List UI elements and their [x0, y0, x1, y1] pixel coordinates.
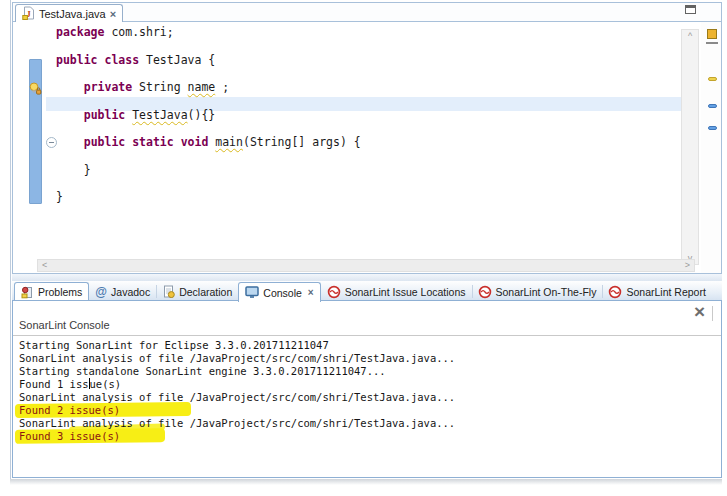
- quickfix-lightbulb-icon[interactable]: [29, 81, 42, 94]
- code-token: }: [56, 163, 91, 177]
- scroll-up-icon[interactable]: ^: [682, 31, 698, 41]
- console-icon: [245, 286, 259, 299]
- code-line[interactable]: [56, 67, 361, 81]
- console-line: Starting SonarLint for Eclipse 3.3.0.201…: [19, 339, 720, 352]
- console-view: SonarLint Console × Starting SonarLint f…: [12, 300, 722, 478]
- console-line: Found 2 issue(s): [19, 404, 720, 417]
- editor-tab-title: TestJava.java: [39, 8, 106, 20]
- bottom-view-panel: Problems@JavadocDeclarationConsole×Sonar…: [12, 281, 722, 479]
- sonarlint-icon: [608, 285, 622, 299]
- tab-sonarlint-issue-locations[interactable]: SonarLint Issue Locations: [321, 282, 472, 301]
- issue-underlined-token: name: [188, 80, 216, 94]
- console-line-text: SonarLint analysis of file /JavaProject/…: [19, 391, 455, 403]
- at-glyph: @: [95, 287, 107, 297]
- keyword-token: public class: [56, 53, 139, 67]
- tab-sonarlint-report[interactable]: SonarLint Report: [602, 282, 711, 301]
- code-token: }: [56, 190, 63, 204]
- sonarlint-icon: [478, 285, 492, 299]
- code-content: package com.shri;public class TestJava {…: [56, 26, 361, 205]
- editor-tab-testjava[interactable]: J TestJava.java ×: [15, 4, 123, 22]
- code-line[interactable]: [56, 95, 361, 109]
- console-line: SonarLint analysis of file /JavaProject/…: [19, 352, 720, 365]
- code-token: (){}: [188, 108, 216, 122]
- tab-sonarlint-on-the-fly[interactable]: SonarLint On-The-Fly: [472, 282, 603, 301]
- editor-tab-bar: J TestJava.java ×: [13, 3, 721, 22]
- tab-close-icon[interactable]: ×: [110, 9, 116, 19]
- code-token: (String[] args) {: [243, 135, 361, 149]
- toolbar-separator: [712, 306, 713, 321]
- console-line-text: Found 1 issue(s): [19, 378, 121, 390]
- code-token: [56, 108, 84, 122]
- code-line[interactable]: package com.shri;: [56, 26, 361, 40]
- problems-icon: [21, 286, 34, 299]
- keyword-token: package: [56, 25, 104, 39]
- annotation-underline: [706, 42, 718, 44]
- code-line[interactable]: public TestJava(){}: [56, 109, 361, 123]
- window-shadow: [10, 479, 722, 485]
- code-line[interactable]: public static void main(String[] args) {: [56, 136, 361, 150]
- console-line-text: SonarLint analysis of file /JavaProject/…: [19, 417, 455, 429]
- console-line: SonarLint analysis of file /JavaProject/…: [19, 417, 720, 430]
- declaration-icon: [162, 285, 175, 298]
- keyword-token: public static void: [84, 135, 209, 149]
- console-line-text: SonarLint analysis of file /JavaProject/…: [19, 352, 455, 364]
- console-line: Found 3 issue(s): [19, 430, 720, 443]
- code-token: TestJava {: [139, 53, 215, 67]
- annotation-status-icon[interactable]: [707, 29, 717, 39]
- console-line-text: Starting SonarLint for Eclipse 3.3.0.201…: [19, 339, 329, 351]
- javadoc-icon: @: [95, 287, 107, 297]
- code-line[interactable]: }: [56, 164, 361, 178]
- code-token: String: [132, 80, 187, 94]
- console-line-text: Found 2 issue(s): [19, 404, 120, 416]
- code-line[interactable]: public class TestJava {: [56, 54, 361, 68]
- tab-console[interactable]: Console×: [238, 282, 320, 302]
- tab-label: SonarLint Report: [626, 286, 705, 298]
- code-token: com.shri;: [104, 25, 173, 39]
- issue-marker[interactable]: [708, 104, 717, 108]
- console-output[interactable]: Starting SonarLint for Eclipse 3.3.0.201…: [13, 336, 720, 476]
- scroll-left-icon[interactable]: <: [42, 260, 47, 271]
- console-line-text: Starting standalone SonarLint engine 3.3…: [19, 365, 386, 377]
- code-line[interactable]: [56, 122, 361, 136]
- code-line[interactable]: [56, 177, 361, 191]
- close-console-icon[interactable]: ×: [694, 301, 705, 323]
- java-file-icon: J: [22, 6, 35, 22]
- tab-label: Declaration: [179, 286, 232, 298]
- sonarlint-icon: [327, 285, 341, 299]
- console-line: Found 1 issue(s): [19, 378, 720, 391]
- editor-area: J TestJava.java × package com.shri;publi…: [12, 2, 722, 274]
- tab-declaration[interactable]: Declaration: [156, 282, 238, 301]
- console-title: SonarLint Console: [19, 319, 110, 331]
- console-line: SonarLint analysis of file /JavaProject/…: [19, 391, 720, 404]
- warning-marker[interactable]: [708, 77, 717, 81]
- code-token: [56, 80, 84, 94]
- tab-label: Javadoc: [111, 286, 150, 298]
- view-tab-bar: Problems@JavadocDeclarationConsole×Sonar…: [12, 281, 722, 301]
- console-line: Starting standalone SonarLint engine 3.3…: [19, 365, 720, 378]
- window-left-border: [10, 0, 11, 479]
- code-line[interactable]: }: [56, 191, 361, 205]
- issue-underlined-token: main: [215, 135, 243, 149]
- keyword-token: public: [84, 108, 126, 122]
- tab-label: SonarLint Issue Locations: [345, 286, 466, 298]
- tab-problems[interactable]: Problems: [14, 282, 89, 301]
- horizontal-scrollbar[interactable]: < >: [37, 259, 695, 272]
- maximize-icon[interactable]: [685, 5, 696, 14]
- tab-javadoc[interactable]: @Javadoc: [89, 282, 156, 301]
- code-token: [56, 135, 84, 149]
- issue-marker[interactable]: [708, 126, 717, 130]
- code-token: ;: [215, 80, 229, 94]
- code-line[interactable]: private String name ;: [56, 81, 361, 95]
- eclipse-window: J TestJava.java × package com.shri;publi…: [0, 0, 727, 496]
- code-line[interactable]: [56, 40, 361, 54]
- overview-ruler[interactable]: [701, 22, 721, 273]
- tab-label: Problems: [38, 286, 82, 298]
- code-line[interactable]: [56, 150, 361, 164]
- tab-close-icon[interactable]: ×: [308, 287, 314, 298]
- scroll-right-icon[interactable]: >: [685, 260, 690, 271]
- code-editor[interactable]: package com.shri;public class TestJava {…: [13, 22, 721, 273]
- vertical-scrollbar[interactable]: ^ v: [681, 29, 699, 265]
- sash-divider[interactable]: [12, 274, 722, 281]
- console-toolbar: SonarLint Console ×: [13, 301, 721, 336]
- console-line-text: Found 3 issue(s): [19, 430, 120, 442]
